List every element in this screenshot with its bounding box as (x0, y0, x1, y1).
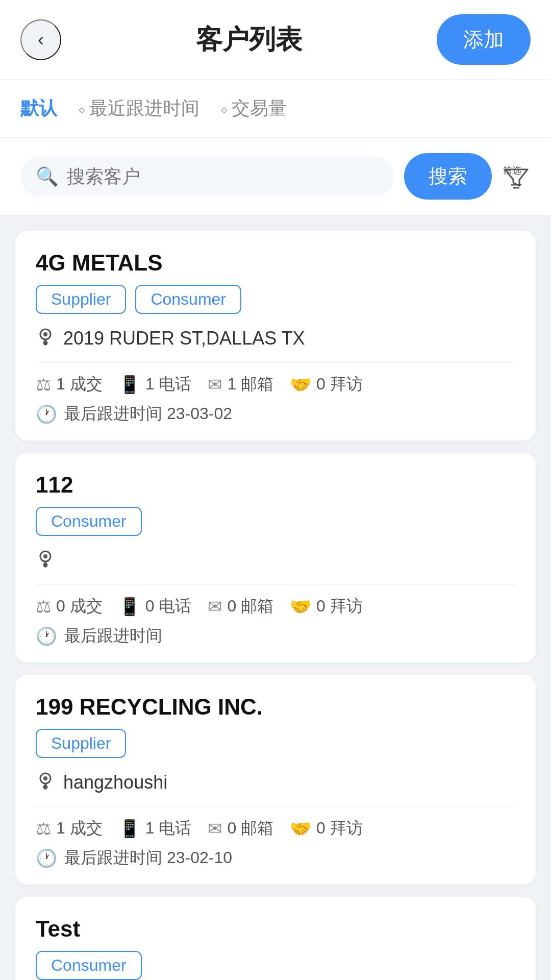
address-row: 2019 RUDER ST,DALLAS TX (36, 326, 515, 363)
address-row (36, 548, 515, 585)
stats-row: ⚖0 成交📱0 电话✉0 邮箱🤝0 拜访 (36, 595, 515, 618)
search-input-wrap: 🔍 (20, 157, 394, 197)
last-contact-text: 最后跟进时间 23-02-10 (64, 847, 232, 869)
tag-row: Consumer (36, 507, 515, 536)
tag-row: SupplierConsumer (36, 285, 515, 314)
trades-stat-icon: ⚖ (36, 596, 51, 617)
trades-stat: ⚖1 成交 (36, 373, 103, 396)
search-icon: 🔍 (36, 166, 59, 187)
customer-tag: Consumer (36, 507, 142, 536)
address-text: 2019 RUDER ST,DALLAS TX (63, 328, 305, 349)
customer-card[interactable]: 4G METALSSupplierConsumer 2019 RUDER ST,… (15, 231, 536, 440)
calls-stat: 📱0 电话 (119, 595, 192, 618)
clock-icon: 🕐 (36, 848, 57, 868)
visits-stat-icon: 🤝 (290, 818, 311, 839)
header: ‹ 客户列表 添加 (0, 0, 551, 80)
stats-row: ⚖1 成交📱1 电话✉1 邮箱🤝0 拜访 (36, 373, 515, 396)
emails-stat-icon: ✉ (208, 596, 222, 617)
customer-name: 112 (36, 472, 515, 498)
trades-stat-icon: ⚖ (36, 374, 51, 395)
tag-row: Supplier (36, 729, 515, 758)
visits-stat: 🤝0 拜访 (290, 817, 363, 840)
customer-tag: Consumer (36, 951, 142, 980)
location-icon (36, 548, 55, 572)
emails-stat-icon: ✉ (208, 818, 222, 839)
location-icon (36, 326, 55, 350)
trades-stat: ⚖1 成交 (36, 817, 103, 840)
search-input[interactable] (67, 166, 379, 187)
tag-row: Consumer (36, 951, 515, 980)
emails-stat: ✉0 邮箱 (208, 817, 273, 840)
svg-point-8 (43, 776, 47, 780)
search-button[interactable]: 搜索 (404, 153, 492, 200)
customer-tag: Supplier (36, 729, 126, 758)
emails-stat: ✉0 邮箱 (208, 595, 273, 618)
visits-stat-icon: 🤝 (290, 596, 311, 617)
time-row: 🕐最后跟进时间 23-02-10 (36, 847, 515, 869)
visits-stat: 🤝0 拜访 (290, 595, 363, 618)
customer-tag: Supplier (36, 285, 126, 314)
location-icon (36, 770, 55, 794)
back-button[interactable]: ‹ (20, 19, 61, 60)
sort-default[interactable]: 默认 (20, 96, 57, 121)
customer-card[interactable]: 199 RECYCLING INC.Supplier hangzhoushi⚖1… (15, 675, 536, 885)
emails-stat: ✉1 邮箱 (208, 373, 273, 396)
customer-name: 4G METALS (36, 250, 515, 276)
sort-recent[interactable]: ⬦ 最近跟进时间 (78, 96, 199, 121)
visits-stat: 🤝0 拜访 (290, 373, 363, 396)
address-row: hangzhoushi (36, 770, 515, 807)
customer-name: Test (36, 916, 515, 942)
visits-stat-icon: 🤝 (290, 374, 311, 395)
emails-stat-icon: ✉ (208, 374, 222, 395)
calls-stat-icon: 📱 (119, 596, 140, 617)
svg-point-6 (43, 554, 47, 558)
customer-card[interactable]: 112Consumer ⚖0 成交📱0 电话✉0 邮箱🤝0 拜访🕐最后跟进时间 (15, 453, 536, 663)
time-row: 🕐最后跟进时间 (36, 625, 515, 647)
customer-card[interactable]: TestConsumer (15, 897, 536, 980)
sort-volume[interactable]: ⬦ 交易量 (220, 96, 287, 121)
clock-icon: 🕐 (36, 404, 57, 424)
sort-bar: 默认 ⬦ 最近跟进时间 ⬦ 交易量 (0, 80, 551, 138)
trades-stat-icon: ⚖ (36, 818, 51, 839)
sort-volume-arrow-icon: ⬦ (220, 101, 229, 117)
clock-icon: 🕐 (36, 626, 57, 646)
add-button[interactable]: 添加 (437, 14, 531, 65)
trades-stat: ⚖0 成交 (36, 595, 103, 618)
sort-recent-arrow-icon: ⬦ (78, 101, 86, 117)
page-title: 客户列表 (196, 22, 302, 58)
search-bar: 🔍 搜索 筛选 (0, 138, 551, 215)
customer-name: 199 RECYCLING INC. (36, 694, 515, 720)
time-row: 🕐最后跟进时间 23-03-02 (36, 403, 515, 425)
calls-stat-icon: 📱 (119, 374, 140, 395)
calls-stat: 📱1 电话 (119, 817, 192, 840)
last-contact-text: 最后跟进时间 (64, 625, 162, 647)
customer-list: 4G METALSSupplierConsumer 2019 RUDER ST,… (0, 215, 551, 980)
filter-button[interactable]: 筛选 (502, 162, 531, 191)
last-contact-text: 最后跟进时间 23-03-02 (64, 403, 232, 425)
calls-stat-icon: 📱 (119, 818, 140, 839)
stats-row: ⚖1 成交📱1 电话✉0 邮箱🤝0 拜访 (36, 817, 515, 840)
calls-stat: 📱1 电话 (119, 373, 192, 396)
customer-tag: Consumer (135, 285, 241, 314)
svg-point-4 (43, 332, 47, 336)
address-text: hangzhoushi (63, 772, 167, 793)
